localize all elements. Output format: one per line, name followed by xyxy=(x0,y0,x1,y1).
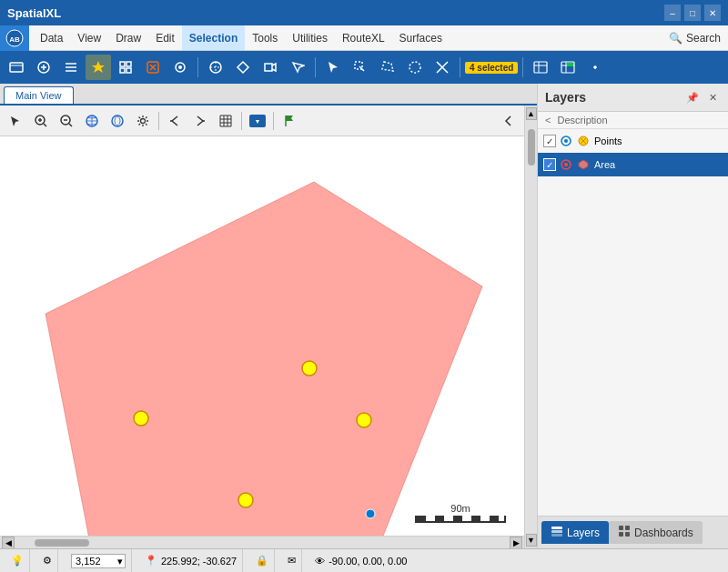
h-scrollbar[interactable]: ◀ ▶ xyxy=(0,536,524,548)
toolbar-btn-10[interactable] xyxy=(258,55,283,80)
point-1[interactable] xyxy=(134,411,148,426)
map-canvas[interactable]: y x z 90m xyxy=(0,136,524,536)
layers-collapse-icon[interactable]: < xyxy=(545,115,551,125)
toolbar-btn-5[interactable] xyxy=(113,55,138,80)
menu-tools[interactable]: Tools xyxy=(245,25,285,50)
layer-row-area[interactable]: ✓ Area xyxy=(538,153,728,176)
layers-close-button[interactable]: ✕ xyxy=(704,89,721,105)
mail-icon: ✉ xyxy=(288,555,296,567)
point-4[interactable] xyxy=(238,493,253,507)
toolbar-btn-8[interactable] xyxy=(203,55,228,80)
status-lock[interactable]: 🔒 xyxy=(250,549,275,572)
close-button[interactable]: ✕ xyxy=(704,5,721,21)
menu-draw[interactable]: Draw xyxy=(108,25,148,50)
svg-rect-37 xyxy=(619,532,623,537)
toolbar-table[interactable] xyxy=(528,55,553,80)
main-view-tab[interactable]: Main View xyxy=(4,86,74,104)
toolbar-btn-3[interactable] xyxy=(58,55,84,80)
map-prev[interactable] xyxy=(163,109,187,133)
toolbar-select-box[interactable] xyxy=(348,55,373,80)
menu-view[interactable]: View xyxy=(70,25,108,50)
layers-tab[interactable]: Layers xyxy=(541,521,609,544)
toolbar-select-poly[interactable] xyxy=(375,55,400,80)
status-settings[interactable]: ⚙ xyxy=(37,549,58,572)
minimize-button[interactable]: – xyxy=(664,5,681,21)
point-2[interactable] xyxy=(302,361,317,376)
map-select-tool[interactable] xyxy=(4,109,27,133)
layers-title: Layers xyxy=(545,90,586,105)
layers-description-label: < Description xyxy=(538,112,728,129)
maximize-button[interactable]: □ xyxy=(684,5,701,21)
map-inner: ▼ xyxy=(0,105,524,548)
toolbar-btn-4[interactable] xyxy=(86,55,111,80)
map-flag[interactable] xyxy=(278,109,301,133)
point-3[interactable] xyxy=(357,413,371,427)
toolbar-btn-9[interactable] xyxy=(230,55,256,80)
point-blue[interactable] xyxy=(366,509,375,518)
dashboards-tab-label: Dashboards xyxy=(634,527,693,539)
menu-edit[interactable]: Edit xyxy=(148,25,182,50)
layers-tab-label: Layers xyxy=(567,527,600,539)
toolbar-select-arrow[interactable] xyxy=(320,55,346,80)
toolbar-separator-3 xyxy=(460,57,460,77)
dashboards-tab[interactable]: Dashboards xyxy=(609,521,703,544)
coord-dropdown[interactable]: 3,152 ▾ xyxy=(71,554,126,568)
scale-label: 90m xyxy=(450,503,470,514)
map-collapse-panel[interactable] xyxy=(497,109,521,133)
coordinates-display: 225.992; -30.627 xyxy=(161,556,237,567)
menu-routexl[interactable]: RouteXL xyxy=(335,25,392,50)
menu-surfaces[interactable]: Surfaces xyxy=(392,25,450,50)
toolbar-export[interactable] xyxy=(555,55,581,80)
v-scrollbar[interactable]: ▲ ▼ xyxy=(524,105,537,548)
toolbar-btn-7[interactable] xyxy=(167,55,193,80)
toolbar-btn-1[interactable] xyxy=(4,55,29,80)
svg-rect-6 xyxy=(120,68,125,73)
toolbar-btn-11[interactable] xyxy=(285,55,310,80)
map-grid[interactable] xyxy=(214,109,238,133)
lock-icon: 🔒 xyxy=(256,555,268,567)
layer-area-visibility[interactable] xyxy=(560,158,572,171)
h-scrollbar-thumb[interactable] xyxy=(35,539,89,547)
layer-row-points[interactable]: ✓ Points xyxy=(538,129,728,153)
toolbar-btn-2[interactable] xyxy=(31,55,56,80)
map-zoom-out[interactable] xyxy=(55,109,78,133)
map-zoom-in[interactable] xyxy=(29,109,53,133)
menu-selection[interactable]: Selection xyxy=(182,25,245,50)
svg-rect-2 xyxy=(10,63,23,72)
menu-data[interactable]: Data xyxy=(33,25,70,50)
toolbar-btn-6[interactable] xyxy=(140,55,166,80)
map-globe[interactable] xyxy=(80,109,104,133)
scroll-down-button[interactable]: ▼ xyxy=(526,534,537,547)
map-layer-style[interactable]: ▼ xyxy=(246,109,269,133)
menu-utilities[interactable]: Utilities xyxy=(285,25,335,50)
layers-pin-button[interactable]: 📌 xyxy=(684,89,701,105)
scroll-up-button[interactable]: ▲ xyxy=(526,107,537,120)
toolbar-select-circle[interactable] xyxy=(402,55,428,80)
h-scrollbar-track[interactable] xyxy=(16,539,508,547)
layer-points-visibility[interactable] xyxy=(560,135,572,147)
map-settings[interactable] xyxy=(131,109,155,133)
toolbar-more[interactable] xyxy=(582,55,608,80)
scale-bar: 90m xyxy=(415,503,506,523)
status-mail[interactable]: ✉ xyxy=(282,549,302,572)
svg-rect-12 xyxy=(265,64,272,71)
menu-search[interactable]: 🔍 Search xyxy=(662,25,728,50)
scroll-right-button[interactable]: ▶ xyxy=(510,537,522,549)
menu-bar: AB Data View Draw Edit Selection Tools U… xyxy=(0,25,728,51)
v-scrollbar-thumb[interactable] xyxy=(528,129,535,166)
title-bar: SpatialXL – □ ✕ xyxy=(0,0,728,25)
app-title: SpatialXL xyxy=(7,6,61,20)
area-polygon xyxy=(46,182,482,536)
layer-area-icon xyxy=(576,157,591,172)
svg-point-15 xyxy=(410,62,420,73)
map-next[interactable] xyxy=(188,109,212,133)
layer-area-checkbox[interactable]: ✓ xyxy=(543,158,556,171)
status-icon-1[interactable]: 💡 xyxy=(5,549,30,572)
toolbar-deselect[interactable] xyxy=(430,55,455,80)
layers-header-controls: 📌 ✕ xyxy=(684,89,721,105)
map-globe-2[interactable] xyxy=(106,109,129,133)
layer-points-checkbox[interactable]: ✓ xyxy=(543,135,556,147)
app-logo: AB xyxy=(0,25,29,51)
scroll-left-button[interactable]: ◀ xyxy=(2,537,15,549)
status-coord-display[interactable]: 3,152 ▾ xyxy=(66,549,132,572)
